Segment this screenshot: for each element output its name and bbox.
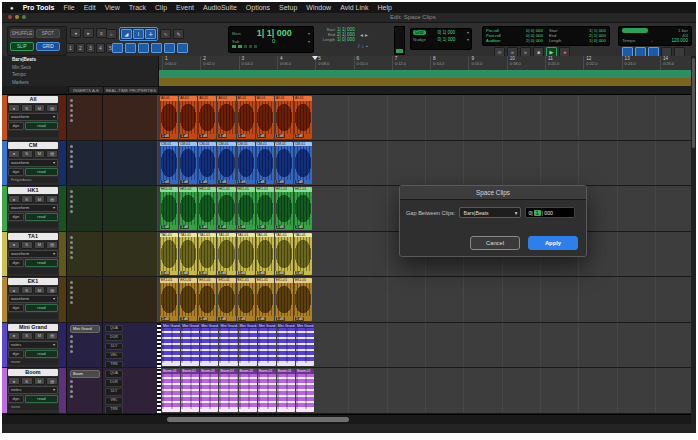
insert-slot-dot[interactable]: [70, 246, 73, 249]
insert-slot-dot[interactable]: [70, 301, 73, 304]
insertion-follows-icon[interactable]: [151, 43, 162, 53]
clip[interactable]: EK1-011 dB: [160, 278, 178, 321]
grabber-tool-icon[interactable]: ✛: [145, 29, 156, 39]
insert-slot-dot[interactable]: [70, 160, 73, 163]
clip[interactable]: Mini Grand-01: [219, 324, 237, 367]
track-lane[interactable]: Mini Grand-01Mini Grand-01Mini Grand-01M…: [157, 323, 696, 368]
main-counter-caret-icon[interactable]: ▾: [308, 31, 310, 36]
clip[interactable]: HK1-011 dB: [237, 187, 255, 230]
grid-value[interactable]: 0| 1| 000: [437, 30, 455, 35]
inserts-column[interactable]: [66, 277, 102, 322]
menu-clip[interactable]: Clip: [155, 4, 167, 11]
midi-prop-trn[interactable]: TRN: [105, 361, 123, 368]
clip[interactable]: TA1-011 dB: [275, 233, 293, 276]
menu-avid-link[interactable]: Avid Link: [340, 4, 368, 11]
insert-slot-dot[interactable]: [70, 109, 73, 112]
mute-button[interactable]: M: [34, 377, 46, 385]
clip[interactable]: EK1-011 dB: [179, 278, 197, 321]
clip[interactable]: All-011 dB: [160, 96, 178, 139]
record-arm-icon[interactable]: ●: [8, 241, 20, 249]
automation-mode-selector[interactable]: read: [25, 122, 58, 130]
insert-slot-dot[interactable]: [70, 236, 73, 239]
clip[interactable]: HK1-011 dB: [217, 187, 235, 230]
clip[interactable]: EK1-011 dB: [198, 278, 216, 321]
insert-slot-dot[interactable]: [70, 385, 73, 388]
instrument-insert-badge[interactable]: Boom: [70, 370, 100, 378]
clip[interactable]: Mini Grand-01: [258, 324, 276, 367]
insert-slot-dot[interactable]: [70, 395, 73, 398]
clip[interactable]: Boom-01: [239, 369, 257, 412]
edit-cursor-marker[interactable]: [312, 56, 318, 60]
trim-tool-icon[interactable]: ◢: [121, 29, 132, 39]
mode-grid-button[interactable]: GRID: [36, 42, 60, 51]
insert-slot-dot[interactable]: [70, 380, 73, 383]
solo-button[interactable]: S: [21, 377, 33, 385]
scrubber-tool-icon[interactable]: ∿: [160, 29, 171, 39]
realtime-properties-column[interactable]: [102, 277, 157, 322]
freeze-icon[interactable]: ▤: [46, 332, 58, 340]
track-header[interactable]: All●SM▤waveform▾dynread: [7, 95, 59, 140]
insert-slot-dot[interactable]: [70, 195, 73, 198]
clip[interactable]: CM-011 dB: [179, 142, 197, 185]
insert-slot-dot[interactable]: [70, 296, 73, 299]
clip-gain-badge[interactable]: 1 dB: [218, 317, 227, 321]
realtime-properties-column[interactable]: [102, 232, 157, 277]
clip[interactable]: EK1-011 dB: [217, 278, 235, 321]
clip[interactable]: CM-011 dB: [294, 142, 312, 185]
solo-button[interactable]: S: [21, 241, 33, 249]
menu-help[interactable]: Help: [377, 4, 391, 11]
clip-gain-badge[interactable]: 1 dB: [161, 134, 170, 138]
track-header[interactable]: EK1●SM▤waveform▾dynread: [7, 277, 59, 322]
clip[interactable]: HK1-011 dB: [160, 187, 178, 230]
clip-gain-badge[interactable]: 1 dB: [161, 317, 170, 321]
main-counter-value[interactable]: 1| 1| 000: [257, 28, 292, 38]
track-extra-label[interactable]: none: [8, 404, 58, 410]
midi-prop-dur[interactable]: DUR: [105, 379, 123, 386]
gap-value-field[interactable]: 0|1| 000: [525, 207, 575, 218]
clip-gain-badge[interactable]: 1 dB: [238, 317, 247, 321]
automation-mode-selector[interactable]: read: [25, 213, 58, 221]
midi-prop-dly[interactable]: DLY: [105, 388, 123, 395]
nudge-caret-icon[interactable]: ▾: [467, 37, 469, 42]
freeze-icon[interactable]: ▤: [46, 104, 58, 112]
track-header[interactable]: Boom●SM▤notes▾dynreadnone: [7, 368, 59, 413]
realtime-properties-column[interactable]: QUADURDLYVELTRN: [102, 368, 157, 413]
ruler-name-tempo[interactable]: Tempo: [12, 72, 158, 77]
insert-slot-dot[interactable]: [70, 114, 73, 117]
tab-back-icon[interactable]: ◂: [360, 31, 363, 38]
selector-tool-icon[interactable]: I: [133, 29, 144, 39]
insert-slot-dot[interactable]: [70, 145, 73, 148]
clip-gain-badge[interactable]: 1 dB: [257, 180, 266, 184]
clip[interactable]: HK1-011 dB: [198, 187, 216, 230]
track-header[interactable]: Mini Grand●SM▤notes▾dynreadnone: [7, 323, 59, 368]
gap-format-dropdown[interactable]: Bars|Beats▾: [459, 207, 521, 218]
automation-safe-button[interactable]: dyn: [8, 350, 24, 358]
zoom-out-icon[interactable]: ◂: [70, 28, 81, 38]
realtime-properties-column[interactable]: [102, 186, 157, 231]
horizontal-scrollbar[interactable]: [2, 414, 696, 424]
track-name[interactable]: CM: [8, 142, 58, 149]
mute-button[interactable]: M: [34, 286, 46, 294]
clip[interactable]: Boom-01: [277, 369, 295, 412]
clip-gain-badge[interactable]: 1 dB: [295, 180, 304, 184]
track-view-selector[interactable]: waveform▾: [8, 250, 58, 258]
automation-mode-selector[interactable]: read: [25, 395, 58, 403]
insert-slot-dot[interactable]: [70, 119, 73, 122]
nudge-label[interactable]: Nudge: [413, 37, 426, 42]
pencil-tool-icon[interactable]: ✎: [173, 29, 184, 39]
track-name[interactable]: Boom: [8, 369, 58, 376]
clip[interactable]: Mini Grand-01: [277, 324, 295, 367]
inserts-column[interactable]: [66, 95, 102, 140]
mirror-midi-icon[interactable]: [164, 43, 175, 53]
clip[interactable]: EK1-011 dB: [237, 278, 255, 321]
zoomer-tool-icon[interactable]: ⌕: [106, 29, 117, 39]
tab-to-transient-icon[interactable]: [112, 43, 123, 53]
midi-prop-trn[interactable]: TRN: [105, 406, 123, 413]
record-arm-icon[interactable]: ●: [8, 195, 20, 203]
solo-button[interactable]: S: [21, 195, 33, 203]
clip-gain-badge[interactable]: 1 dB: [199, 271, 208, 275]
layered-edit-icon[interactable]: [177, 43, 188, 53]
solo-button[interactable]: S: [21, 332, 33, 340]
clip-gain-badge[interactable]: 1 dB: [257, 317, 266, 321]
solo-button[interactable]: S: [21, 150, 33, 158]
